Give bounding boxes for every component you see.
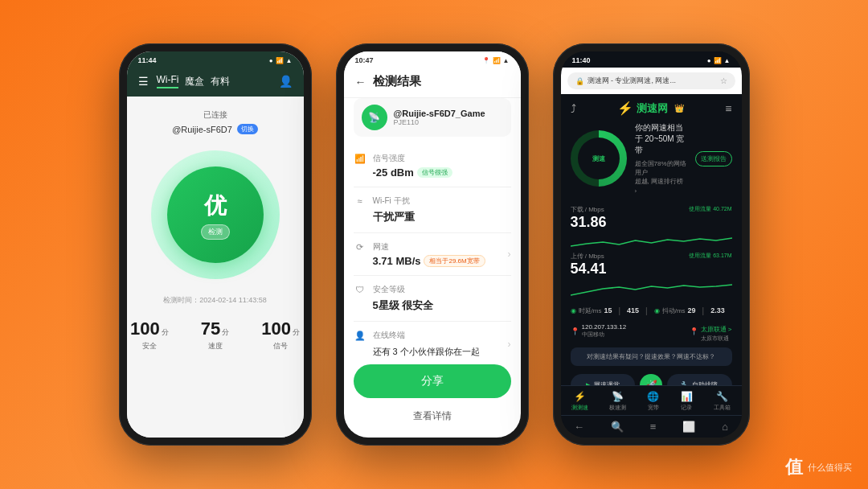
nav-home-icon[interactable]: ⌂ <box>722 421 728 433</box>
latency-jitter: ◉ 抖动/ms 29 <box>654 306 696 315</box>
tab-fast-icon: 📡 <box>612 391 624 402</box>
download-label: 下载 / Mbps <box>571 205 690 214</box>
card-pje: PJE110 <box>394 118 485 126</box>
network-info-text: @Ruijie-sF6D7_Game PJE110 <box>394 109 485 126</box>
grade-text: 优 <box>204 191 227 221</box>
detail-speed[interactable]: ⟳ 网速 3.71 MB/s 相当于29.6M宽带 › <box>354 233 511 276</box>
interference-icon: ≈ <box>354 196 366 206</box>
search-bar[interactable]: 🔒 测速网 - 专业测网速, 网速... ☆ <box>567 72 735 89</box>
nav-search-icon[interactable]: 🔍 <box>611 421 624 433</box>
share-icon[interactable]: ⤴ <box>571 102 576 115</box>
tab-fast-label: 极速测 <box>609 404 626 412</box>
watermark: 值 什么值得买 <box>785 455 852 479</box>
score-signal-unit: 分 <box>293 327 300 338</box>
menu-icon[interactable]: ☰ <box>138 75 149 88</box>
ip-location: 太原市联通 <box>701 335 732 343</box>
detail-devices[interactable]: 👤 在线终端 还有 3 个小伙伴跟你在一起 › <box>354 322 511 356</box>
switch-badge[interactable]: 切换 <box>237 124 258 134</box>
action-btn-fix[interactable]: 🔧 自助排障 <box>667 374 732 385</box>
tab-record-label: 记录 <box>681 404 692 412</box>
tab-fast[interactable]: 📡 极速测 <box>609 391 626 412</box>
phone2-status-icons: 📍📶▲ <box>482 57 510 64</box>
latency-val1: 15 <box>604 306 612 314</box>
upload-usage: 使用流量 63.17M <box>689 252 731 277</box>
latency-val3: 29 <box>688 306 696 314</box>
rocket-button[interactable]: 🚀 <box>640 374 662 385</box>
network-info-card: 📡 @Ruijie-sF6D7_Game PJE110 <box>354 98 511 137</box>
ip-link[interactable]: 太原联通 > <box>701 326 732 333</box>
download-value: 31.86 <box>571 214 690 231</box>
detail-signal: 📶 信号强度 -25 dBm 信号很强 <box>354 145 511 187</box>
speed-header: ⤴ ⚡ 测速网 👑 ≡ <box>561 94 742 119</box>
phone1-nav: Wi-Fi 魔盒 有料 <box>157 74 271 88</box>
tab-tools[interactable]: 🔧 工具箱 <box>714 391 731 412</box>
score-speed-value: 75 <box>201 318 220 339</box>
security-icon: 🛡 <box>354 285 366 294</box>
security-title: 安全等级 <box>373 284 511 295</box>
result-btn[interactable]: 送测报告 <box>695 151 732 166</box>
download-block: 下载 / Mbps 31.86 <box>571 205 690 231</box>
latency-label1: 时延/ms <box>579 306 602 315</box>
signal-title: 信号强度 <box>373 153 511 164</box>
ip-info: 120.207.133.12 中国移动 <box>582 323 627 339</box>
ssid-row: @Ruijie-sF6D7 切换 <box>172 124 258 134</box>
nav-youle[interactable]: 有料 <box>211 75 230 88</box>
detail-link[interactable]: 查看详情 <box>354 405 511 428</box>
speed-icon: ⟳ <box>354 242 366 253</box>
star-icon[interactable]: ☆ <box>720 76 727 85</box>
stat-row-dl: 下载 / Mbps 31.86 使用流量 40.72M <box>571 205 732 231</box>
latency-val4: 2.33 <box>710 306 725 314</box>
nav-wifi[interactable]: Wi-Fi <box>157 74 179 88</box>
gauge-label: 测速 <box>592 154 605 163</box>
phone3-tabs: ⚡ 测测速 📡 极速测 🌐 宽带 📊 记录 <box>561 385 742 415</box>
phone2-footer: 分享 查看详情 <box>344 356 521 438</box>
back-arrow[interactable]: ← <box>355 76 366 88</box>
tab-record[interactable]: 📊 记录 <box>681 391 693 412</box>
stat-row-ul: 上传 / Mbps 54.41 使用流量 63.17M <box>571 252 732 277</box>
check-button[interactable]: 检测 <box>201 224 230 240</box>
signal-icon: 📶 <box>354 154 366 164</box>
user-icon[interactable]: 👤 <box>279 75 293 88</box>
nav-back-icon[interactable]: ← <box>574 421 584 433</box>
detail-list: 📶 信号强度 -25 dBm 信号很强 ≈ Wi- <box>344 145 521 356</box>
watermark-text: 什么值得买 <box>808 462 852 474</box>
card-ssid: @Ruijie-sF6D7_Game <box>394 109 485 118</box>
tab-broadband-label: 宽带 <box>648 404 659 412</box>
tab-tools-icon: 🔧 <box>716 391 728 402</box>
circle-outer: 优 检测 <box>151 150 280 279</box>
tab-speed[interactable]: ⚡ 测测速 <box>571 391 588 412</box>
action-buttons: ▶ 网速课堂 🚀 🔧 自助排障 <box>561 371 742 385</box>
connected-label: 已连接 <box>203 109 227 121</box>
phone1: 11:44 ●📶▲ ☰ Wi-Fi 魔盒 有料 👤 <box>119 43 312 446</box>
devices-value: 还有 3 个小伙伴跟你在一起 <box>373 347 480 356</box>
interference-content: Wi-Fi 干扰 干扰严重 <box>373 195 511 224</box>
scores-row: 100 分 安全 75 分 速度 <box>130 318 300 351</box>
score-security: 100 分 安全 <box>130 318 169 351</box>
phone2-header: ← 检测结果 <box>344 68 521 98</box>
security-content: 安全等级 5星级 很安全 <box>373 284 511 313</box>
watermark-logo: 值 <box>785 455 803 479</box>
security-value: 5星级 很安全 <box>373 299 434 311</box>
upload-graph <box>571 281 732 297</box>
tab-broadband[interactable]: 🌐 宽带 <box>647 391 659 412</box>
ip-info2: 太原联通 > 太原市联通 <box>701 320 732 343</box>
latency-val2: 415 <box>627 306 639 314</box>
phone1-time: 11:44 <box>138 56 157 64</box>
nav-mobox[interactable]: 魔盒 <box>185 75 204 88</box>
score-signal: 100 分 信号 <box>261 318 300 351</box>
latency-icon1: ◉ <box>571 307 576 314</box>
nav-tab-icon[interactable]: ⬜ <box>682 421 695 433</box>
speed-logo: ⚡ 测速网 👑 <box>617 101 684 116</box>
score-signal-value: 100 <box>261 318 291 339</box>
share-button[interactable]: 分享 <box>354 364 511 398</box>
devices-arrow: › <box>508 339 511 350</box>
upload-block: 上传 / Mbps 54.41 <box>571 252 690 277</box>
browser-bar: 🔒 测速网 - 专业测网速, 网速... ☆ <box>561 68 742 94</box>
nav-menu-icon[interactable]: ≡ <box>650 421 657 433</box>
action-btn-course[interactable]: ▶ 网速课堂 <box>571 374 636 385</box>
signal-content: 信号强度 -25 dBm 信号很强 <box>373 153 511 179</box>
speed-title: 网速 <box>373 241 502 253</box>
menu-icon[interactable]: ≡ <box>725 102 731 115</box>
ip-block-main: 📍 120.207.133.12 中国移动 <box>571 320 627 343</box>
latency-val2-item: 415 <box>627 306 639 315</box>
